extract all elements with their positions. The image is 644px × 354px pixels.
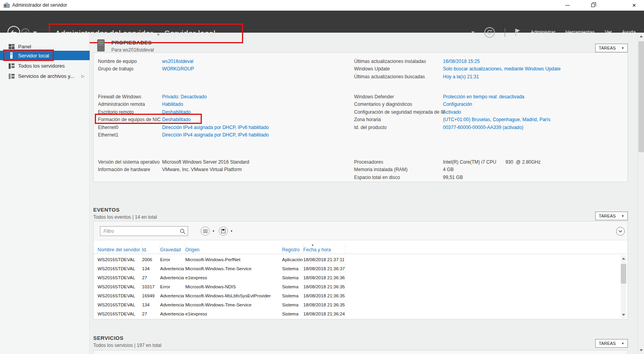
property-value-link[interactable]: Dirección IPv4 asignada por DHCP, IPv6 h… [162, 132, 269, 138]
events-column-header[interactable]: Origen [185, 243, 282, 254]
sidebar-item-label: Servicios de archivos y... [18, 73, 74, 79]
minimize-button[interactable] [558, 0, 576, 11]
tasks-label: TAREAS [599, 46, 616, 50]
property-label: Ethernet1 [98, 132, 162, 138]
property-group: Nombre de equipows2016stdevalGrupo de tr… [98, 57, 350, 73]
sidebar-item-label: Servidor local [18, 53, 49, 59]
main-scrollbar-thumb[interactable] [638, 41, 644, 152]
save-query-button[interactable]: ▼ [219, 227, 233, 236]
collapse-section-button[interactable] [616, 227, 625, 236]
events-filter-box [100, 226, 188, 236]
property-value-link[interactable]: (UTC+01:00) Bruselas, Copenhague, Madrid… [443, 117, 550, 122]
property-value-link[interactable]: WORKGROUP [162, 66, 194, 72]
property-value-link[interactable]: Deshabilitado [162, 117, 191, 122]
event-cell: Sistema [282, 310, 303, 319]
sort-desc-icon: ▼ [311, 244, 314, 247]
search-icon [180, 229, 186, 236]
property-value-link[interactable]: 00377-60000-00000-AA339 (activado) [443, 125, 523, 130]
services-subtitle: Todos los servicios | 197 en total [93, 343, 161, 348]
property-row: Zona horaria(UTC+01:00) Bruselas, Copenh… [354, 116, 627, 124]
event-cell: Sistema [282, 291, 303, 301]
property-value-link[interactable]: Deshabilitado [162, 109, 191, 115]
close-button[interactable]: × [625, 0, 643, 11]
flag-button[interactable] [515, 28, 521, 36]
property-value-link[interactable]: Protección en tiempo real: desactivada [443, 94, 524, 100]
events-filter-input[interactable] [100, 227, 188, 236]
event-cell: Advertencia [160, 264, 185, 273]
events-table-body: WS2016STDEVAL2006ErrorMicrosoft-Windows-… [94, 255, 627, 319]
sidebar-item-servidor-local[interactable]: Servidor local [0, 51, 90, 60]
scroll-up-icon[interactable] [640, 35, 643, 37]
services-panel [93, 350, 628, 354]
property-row: Configuración de seguridad mejorada de I… [354, 108, 627, 116]
events-scrollbar-thumb[interactable] [621, 264, 626, 284]
minimize-icon [565, 5, 570, 6]
property-value: Microsoft Windows Server 2016 Standard [162, 159, 249, 165]
sidebar-item-todos-los-servidores[interactable]: Todos los servidores [0, 61, 90, 70]
property-value-link[interactable]: ws2016stdeval [162, 59, 193, 64]
notifications-dropdown-icon[interactable] [471, 31, 474, 33]
flag-icon [515, 28, 521, 36]
title-bar: Administrador del servidor × [0, 0, 644, 11]
property-row: Nombre de equipows2016stdeval [98, 57, 350, 65]
menu-administrar[interactable]: Administrar [531, 30, 555, 35]
property-row: Ethernet0Dirección IPv4 asignada por DHC… [98, 124, 350, 131]
event-row[interactable]: WS2016STDEVAL10317ErrorMicrosoft-Windows… [98, 282, 627, 291]
sidebar-item-servicios-archivos[interactable]: Servicios de archivos y... ▷ [0, 71, 90, 81]
property-value-link[interactable]: Privado: Desactivado [162, 94, 207, 100]
event-cell: Microsoft-Windows-NDIS [185, 282, 282, 291]
event-cell: Advertencia [160, 291, 185, 301]
properties-subtitle: Para ws2016stdeval [111, 47, 154, 53]
event-row[interactable]: WS2016STDEVAL2006ErrorMicrosoft-Windows-… [98, 255, 627, 264]
event-cell: Microsoft-Windows-Time-Service [185, 301, 282, 310]
property-row: Versión del sistema operativoMicrosoft W… [98, 158, 350, 166]
events-column-header[interactable]: Registro [282, 243, 303, 254]
events-column-header[interactable]: Nombre del servidor [98, 243, 142, 254]
main-scrollbar[interactable] [638, 33, 644, 354]
restore-button[interactable] [584, 0, 602, 11]
properties-tasks-button[interactable]: TAREAS ▼ [595, 44, 628, 52]
scroll-up-icon[interactable] [622, 258, 625, 260]
events-tasks-button[interactable]: TAREAS ▼ [595, 212, 628, 220]
property-label: Información de hardware [98, 167, 162, 172]
scroll-down-icon[interactable] [640, 349, 643, 351]
property-value-link[interactable]: Activado [443, 109, 461, 115]
menu-ayuda[interactable]: Ayuda [622, 30, 636, 35]
event-row[interactable]: WS2016STDEVAL134AdvertenciaMicrosoft-Win… [98, 264, 627, 273]
event-row[interactable]: WS2016STDEVAL16949AdvertenciaMicrosoft-W… [98, 291, 627, 301]
services-tasks-button[interactable]: TAREAS ▼ [595, 339, 628, 348]
filter-list-button[interactable]: ▼ [201, 227, 215, 236]
property-label: Configuración de seguridad mejorada de I… [354, 109, 443, 115]
dropdown-icon: ▼ [621, 214, 624, 218]
property-value-link[interactable]: Hoy a la(s) 21:31 [443, 74, 479, 79]
property-value-link[interactable]: Solo buscar actualizaciones, mediante Wi… [443, 66, 561, 72]
services-heading: SERVICIOS [93, 335, 124, 341]
event-row[interactable]: WS2016STDEVAL134AdvertenciaMicrosoft-Win… [98, 301, 627, 310]
event-cell: WS2016STDEVAL [98, 282, 142, 291]
menu-herramientas[interactable]: Herramientas [565, 30, 595, 35]
event-row[interactable]: WS2016STDEVAL27Advertenciae1iexpressSist… [98, 273, 627, 282]
navigation-bar: Administrador del servidor ▸ Servidor lo… [0, 11, 644, 33]
menu-ver[interactable]: Ver [605, 30, 612, 35]
property-value-link[interactable]: Habilitado [162, 101, 183, 107]
event-cell: Error [160, 255, 185, 264]
property-value-link[interactable]: Configuración [443, 101, 472, 107]
server-manager-window: Administrador del servidor × Administrad… [0, 0, 644, 354]
property-label: Últimas actualizaciones buscadas [354, 74, 443, 79]
events-column-header[interactable]: Fecha y hora▼ [303, 243, 345, 254]
property-value-link[interactable]: Dirección IPv4 asignada por DHCP, IPv6 h… [162, 125, 269, 130]
event-row[interactable]: WS2016STDEVAL27Advertenciae1iexpressSist… [98, 310, 627, 319]
event-cell: 16949 [142, 291, 160, 301]
event-cell: WS2016STDEVAL [98, 273, 142, 282]
events-column-header[interactable]: Id. [142, 243, 160, 254]
scroll-down-icon[interactable] [622, 314, 625, 316]
events-column-header[interactable]: Gravedad [160, 243, 185, 254]
refresh-button[interactable] [484, 27, 495, 38]
property-label: Administración remota [98, 101, 162, 107]
events-scrollbar[interactable] [621, 255, 626, 318]
event-cell: WS2016STDEVAL [98, 310, 142, 319]
event-cell: 18/08/2018 21:36:36 [303, 273, 345, 282]
property-value-link[interactable]: 16/08/2018 15:25 [443, 59, 480, 64]
sidebar-item-panel[interactable]: Panel [0, 42, 90, 51]
event-cell: Advertencia [160, 273, 185, 282]
